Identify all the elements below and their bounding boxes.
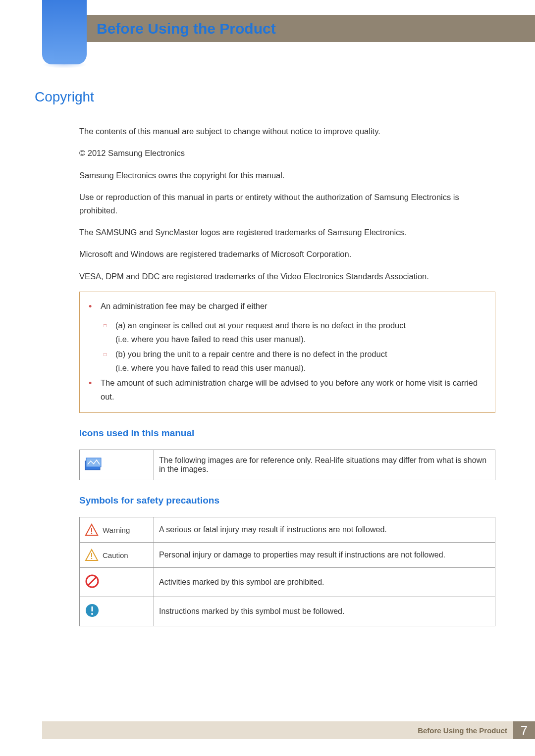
bullet-text: The amount of such administration charge… [101,376,489,403]
sub-bullet-icon: □ [101,318,115,346]
icons-table: The following images are for reference o… [79,450,495,480]
sub-bullet-item: □ (a) an engineer is called out at your … [101,318,489,346]
paragraph: VESA, DPM and DDC are registered tradema… [79,270,495,283]
bullet-item: • The amount of such administration char… [86,376,489,403]
header-bar: Before Using the Product [42,15,535,42]
icon-description: The following images are for reference o… [154,450,495,480]
sub-bullet-item: □ (b) you bring the unit to a repair cen… [101,347,489,375]
bullet-text: An administration fee may be charged if … [101,299,268,314]
symbol-description: Activities marked by this symbol are pro… [154,568,495,597]
admin-fee-box: • An administration fee may be charged i… [79,292,495,413]
chapter-tab [42,0,87,64]
table-row: Activities marked by this symbol are pro… [80,568,495,597]
bullet-icon: • [86,299,101,314]
svg-point-3 [91,533,93,534]
prohibited-icon [85,574,100,589]
symbol-description: Personal injury or damage to properties … [154,543,495,568]
section-title: Copyright [35,89,500,105]
icon-cell [80,568,154,597]
caution-label: Caution [103,551,128,559]
svg-point-5 [91,558,93,559]
sub-bullet-text: (i.e. where you have failed to read this… [115,361,387,375]
caution-triangle-icon [85,549,99,561]
chapter-title: Before Using the Product [97,20,276,37]
table-row: Warning A serious or fatal injury may re… [80,517,495,543]
warning-label: Warning [103,526,130,534]
body-text-block: The contents of this manual are subject … [79,125,495,626]
icon-cell [80,450,154,480]
icon-cell [80,597,154,626]
table-row: Instructions marked by this symbol must … [80,597,495,626]
icon-cell: Caution [80,543,154,568]
page-content: Copyright The contents of this manual ar… [35,89,500,641]
paragraph: Use or reproduction of this manual in pa… [79,191,495,217]
symbol-description: Instructions marked by this symbol must … [154,597,495,626]
sub-bullet-icon: □ [101,347,115,375]
sub-bullet-text: (b) you bring the unit to a repair centr… [115,347,387,361]
icon-cell: Warning [80,517,154,543]
symbol-description: A serious or fatal injury may result if … [154,517,495,543]
paragraph: Microsoft and Windows are registered tra… [79,248,495,260]
bullet-icon: • [86,376,101,403]
paragraph: The SAMSUNG and SyncMaster logos are reg… [79,226,495,239]
symbols-table: Warning A serious or fatal injury may re… [79,517,495,626]
table-row: Caution Personal injury or damage to pro… [80,543,495,568]
svg-line-7 [88,577,96,585]
table-row: The following images are for reference o… [80,450,495,480]
page-number: 7 [513,721,535,739]
warning-triangle-icon [85,523,99,536]
footer-bar: Before Using the Product 7 [42,721,535,739]
paragraph: The contents of this manual are subject … [79,125,495,138]
note-image-icon [85,457,102,470]
sub-bullet-text: (a) an engineer is called out at your re… [115,318,406,332]
sub-bullet-text: (i.e. where you have failed to read this… [115,332,406,346]
sub-section-title: Symbols for safety precautions [79,495,495,506]
footer-chapter-label: Before Using the Product [418,726,507,735]
svg-point-10 [91,613,93,615]
must-follow-icon [85,603,100,618]
sub-section-title: Icons used in this manual [79,428,495,439]
svg-rect-1 [86,458,101,467]
paragraph: Samsung Electronics owns the copyright f… [79,169,495,182]
paragraph: © 2012 Samsung Electronics [79,147,495,159]
bullet-item: • An administration fee may be charged i… [86,299,489,314]
